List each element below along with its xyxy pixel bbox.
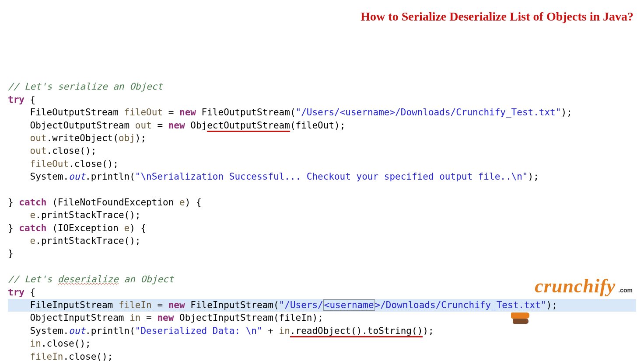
comment-deserialize: // Let's deserialize an Object [8,274,174,285]
type-fis: FileInputStream [30,300,113,310]
static-out: out [69,171,85,182]
string-path2: "/Users/<username>/Downloads/Crunchify_T… [279,299,546,311]
caret-selection: <username [323,299,375,311]
var-out: out [135,120,152,131]
var-filein: fileIn [119,300,152,310]
kw-new: new [179,107,196,118]
comment-serialize: // Let's serialize an Object [8,81,163,92]
kw-catch: catch [14,197,52,208]
crunchify-logo-icon [510,283,532,352]
var-fileout: fileOut [124,107,163,118]
type-ois: ObjectInputStream [30,312,124,323]
underline-oos: ectOutputStream [207,120,290,132]
string-deser-msg: "Deserialized Data: \n" [135,326,262,336]
string-serial-msg: "\nSerialization Successful... Checkout … [135,171,528,182]
var-obj: obj [119,133,135,143]
page-title: How to Serialize Deserialize List of Obj… [360,8,634,25]
var-in: in [130,312,140,323]
type-oos: ObjectOutputStream [30,120,130,131]
underline-readobj: .readObject().toString() [290,326,423,337]
type-fos: FileOutputStream [30,107,119,118]
brace: { [24,94,35,105]
logo-tld: .com [618,286,633,295]
kw-try: try [8,94,24,105]
spellcheck-wavy: deserialize [58,274,119,285]
logo-text: crunchify [535,273,616,300]
crunchify-logo: crunchify.com [510,273,633,352]
var-e: e [179,197,185,208]
string-path: "/Users/<username>/Downloads/Crunchify_T… [296,107,561,118]
